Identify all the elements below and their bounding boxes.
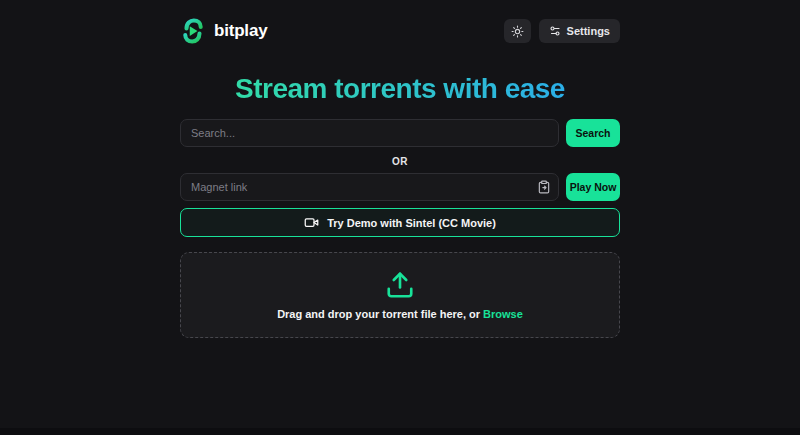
dropzone-text-prefix: Drag and drop your torrent file here, or [277,308,480,320]
theme-toggle-button[interactable] [504,19,531,43]
sun-icon [511,25,524,38]
browse-link[interactable]: Browse [483,308,523,320]
video-camera-icon [304,215,319,230]
play-now-button[interactable]: Play Now [566,173,620,201]
try-demo-button-label: Try Demo with Sintel (CC Movie) [327,217,496,229]
brand-name: bitplay [214,21,267,41]
magnet-input-wrap [180,173,559,201]
search-input[interactable] [180,119,559,147]
try-demo-button[interactable]: Try Demo with Sintel (CC Movie) [180,208,620,237]
page-title: Stream torrents with ease [180,73,620,105]
or-divider: OR [180,156,620,167]
brand-logo[interactable]: bitplay [180,18,267,44]
dropzone-text: Drag and drop your torrent file here, or… [277,308,523,320]
search-button[interactable]: Search [566,119,620,147]
header: bitplay Settings [180,0,620,44]
magnet-row: Play Now [180,173,620,201]
search-row: Search [180,119,620,147]
settings-button[interactable]: Settings [539,19,620,43]
app-container: bitplay Settings [180,0,620,338]
search-input-wrap [180,119,559,147]
upload-icon [385,270,415,300]
settings-button-label: Settings [567,25,610,37]
clipboard-paste-icon[interactable] [537,180,551,194]
bitplay-logo-icon [180,18,206,44]
torrent-dropzone[interactable]: Drag and drop your torrent file here, or… [180,252,620,338]
viewport-bottom-edge [0,428,800,435]
sliders-icon [549,25,561,37]
magnet-link-input[interactable] [180,173,559,201]
header-actions: Settings [504,19,620,43]
